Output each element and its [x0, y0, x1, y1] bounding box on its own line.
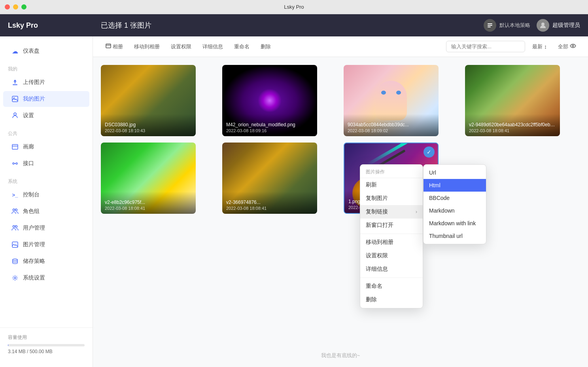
svg-point-16 — [15, 226, 17, 228]
storage-bar — [8, 344, 85, 346]
sidebar-item-label: 上传图片 — [23, 79, 45, 86]
page-title: 已选择 1 张图片 — [101, 21, 484, 30]
user-menu[interactable]: 超级管理员 — [537, 19, 580, 32]
image-info: v2-9489d620be64aab423cdc2ff5bf0ebaf_720w… — [465, 114, 560, 136]
image-filename: DSC03880.jpg — [105, 122, 192, 127]
context-menu-item-delete[interactable]: 删除 — [360, 293, 423, 306]
details-button[interactable]: 详细信息 — [198, 41, 228, 53]
image-card[interactable]: v2-366974876... 2022-03-08 18:08:41 — [222, 143, 317, 214]
sidebar-item-dashboard[interactable]: ☁ 仪表盘 — [3, 43, 89, 59]
image-card[interactable]: M42_orion_nebula_modified.png 2022-03-08… — [222, 65, 317, 136]
context-menu-item-copy-link[interactable]: 复制链接 › — [360, 205, 423, 219]
context-menu-item-details[interactable]: 详细信息 — [360, 262, 423, 276]
context-menu-item-copy-image[interactable]: 复制图片 — [360, 192, 423, 205]
console-icon: >_ — [11, 191, 19, 199]
image-info: v2-e8b2c96c975f... 2022-03-08 18:08:41 — [101, 192, 196, 214]
strategy-selector[interactable]: 默认本地策略 — [484, 19, 530, 32]
app-container: Lsky Pro 已选择 1 张图片 默认本地策略 — [0, 14, 588, 367]
context-menu-item-open-new[interactable]: 新窗口打开 — [360, 219, 423, 232]
sidebar-section-my: 我的 — [0, 63, 93, 74]
search-input[interactable] — [446, 41, 525, 52]
sidebar-footer: 容量使用 3.14 MB / 500.00 MB — [0, 327, 93, 361]
image-info: M42_orion_nebula_modified.png 2022-03-08… — [222, 114, 317, 136]
maximize-button[interactable] — [21, 4, 26, 10]
context-menu-item-move-album[interactable]: 移动到相册 — [360, 236, 423, 249]
submenu-item-markdown[interactable]: Markdown — [424, 204, 486, 217]
svg-rect-1 — [488, 25, 492, 26]
sidebar-item-image-manage[interactable]: 图片管理 — [3, 237, 89, 253]
svg-point-18 — [13, 259, 17, 261]
svg-point-3 — [541, 23, 545, 26]
image-info: 9034ab5cc0844ebdbb39dc... 2022-03-08 18:… — [344, 114, 439, 136]
topbar: Lsky Pro 已选择 1 张图片 默认本地策略 — [0, 14, 588, 36]
svg-point-19 — [14, 277, 16, 279]
svg-rect-0 — [488, 23, 492, 24]
settings-user-icon — [11, 112, 19, 120]
sidebar-item-upload[interactable]: 上传图片 — [3, 74, 89, 90]
storage-text: 3.14 MB / 500.00 MB — [8, 349, 85, 354]
sidebar-item-settings[interactable]: 设置 — [3, 108, 89, 124]
filter-button[interactable]: 全部 — [554, 40, 580, 53]
sidebar-section-public: 公共 — [0, 127, 93, 139]
sidebar-item-gallery[interactable]: 画廊 — [3, 139, 89, 155]
image-date: 2022-03-08 18:08:41 — [469, 128, 556, 133]
sidebar-item-label: 画廊 — [23, 143, 34, 150]
rename-button[interactable]: 重命名 — [229, 41, 254, 53]
storage-label: 容量使用 — [8, 334, 85, 341]
storage-fill — [8, 344, 8, 346]
image-info: v2-366974876... 2022-03-08 18:08:41 — [222, 192, 317, 214]
sort-button[interactable]: 最新 ↕ — [528, 41, 551, 53]
system-settings-icon — [11, 274, 19, 282]
image-card[interactable]: 9034ab5cc0844ebdbb39dc... 2022-03-08 18:… — [344, 65, 439, 136]
selected-check-badge: ✓ — [424, 146, 435, 158]
image-filename: 9034ab5cc0844ebdbb39dc... — [348, 122, 435, 127]
sidebar-item-system-settings[interactable]: 系统设置 — [3, 270, 89, 286]
sidebar-section-system: 系统 — [0, 175, 93, 186]
submenu-item-html[interactable]: Html — [424, 179, 486, 192]
image-card[interactable]: v2-e8b2c96c975f... 2022-03-08 18:08:41 — [101, 143, 196, 214]
svg-rect-20 — [106, 44, 111, 48]
image-filename: v2-366974876... — [226, 200, 313, 205]
set-permissions-button[interactable]: 设置权限 — [166, 41, 196, 53]
sidebar-item-users[interactable]: 用户管理 — [3, 220, 89, 236]
user-label: 超级管理员 — [552, 22, 580, 29]
toolbar-right: 最新 ↕ 全部 — [446, 40, 580, 53]
users-icon — [11, 224, 19, 232]
image-card[interactable]: DSC03880.jpg 2022-03-08 18:10:43 — [101, 65, 196, 136]
svg-point-7 — [14, 113, 16, 115]
close-button[interactable] — [5, 4, 10, 10]
context-menu-item-refresh[interactable]: 刷新 — [360, 178, 423, 192]
submenu-item-markdown-link[interactable]: Markdown with link — [424, 217, 486, 230]
sidebar-item-roles[interactable]: 角色组 — [3, 203, 89, 219]
svg-point-13 — [13, 209, 15, 211]
minimize-button[interactable] — [13, 4, 18, 10]
image-date: 2022-03-08 18:10:43 — [105, 128, 192, 133]
sidebar-item-label: 储存策略 — [23, 258, 45, 265]
svg-rect-8 — [12, 145, 18, 149]
my-images-icon — [11, 95, 19, 103]
titlebar-controls — [5, 4, 26, 10]
move-to-album-button[interactable]: 移动到相册 — [129, 41, 164, 53]
sidebar-item-my-images[interactable]: 我的图片 — [3, 91, 89, 107]
svg-rect-4 — [13, 84, 17, 85]
user-avatar — [537, 19, 549, 32]
image-manage-icon — [11, 241, 19, 249]
album-icon — [106, 43, 111, 50]
album-button[interactable]: 相册 — [101, 41, 128, 53]
strategy-icon — [484, 19, 496, 32]
context-menu-item-set-permissions[interactable]: 设置权限 — [360, 249, 423, 262]
submenu-item-url[interactable]: Url — [424, 166, 486, 179]
gallery-icon — [11, 143, 19, 151]
context-menu-item-rename[interactable]: 重命名 — [360, 280, 423, 293]
image-filename: v2-9489d620be64aab423cdc2ff5bf0ebaf_720w… — [469, 122, 556, 127]
image-card[interactable]: v2-9489d620be64aab423cdc2ff5bf0ebaf_720w… — [465, 65, 560, 136]
submenu-item-thumbnail-url[interactable]: Thumbnail url — [424, 230, 486, 242]
sidebar-item-api[interactable]: 接口 — [3, 156, 89, 171]
image-filename: M42_orion_nebula_modified.png — [226, 122, 313, 127]
sidebar-item-label: 控制台 — [23, 191, 40, 198]
submenu-item-bbcode[interactable]: BBCode — [424, 192, 486, 204]
image-filename: v2-e8b2c96c975f... — [105, 200, 192, 205]
sidebar-item-storage[interactable]: 储存策略 — [3, 253, 89, 269]
delete-button[interactable]: 删除 — [256, 41, 276, 53]
sidebar-item-console[interactable]: >_ 控制台 — [3, 187, 89, 203]
